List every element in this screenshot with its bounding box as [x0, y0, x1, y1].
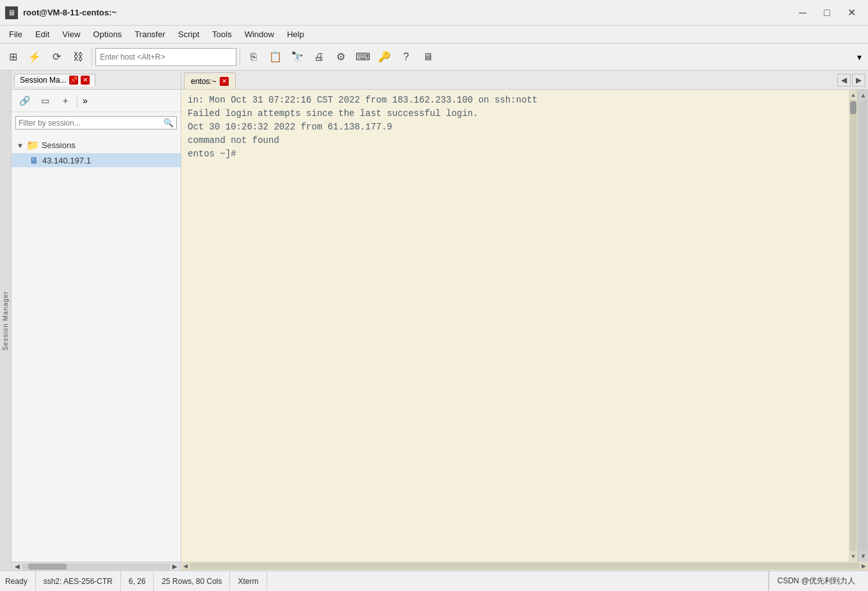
toolbar-divider-1 [92, 48, 92, 66]
tab-prev-button[interactable]: ◀ [837, 74, 851, 87]
minimize-button[interactable]: ─ [791, 3, 814, 22]
title-controls: ─ □ ✕ [791, 3, 863, 22]
help-icon[interactable]: ? [396, 47, 416, 67]
hscroll-left-arrow[interactable]: ◀ [181, 563, 190, 569]
session-tab-pin[interactable]: 📌 [69, 76, 78, 85]
terminal-content[interactable]: in: Mon Oct 31 07:22:16 CST 2022 from 18… [181, 90, 849, 562]
display-icon[interactable]: 🖥 [418, 47, 438, 67]
computer-icon: 🖥 [29, 155, 38, 165]
session-manager-tab[interactable]: Session Ma... 📌 ✕ [14, 74, 95, 87]
close-button[interactable]: ✕ [840, 3, 863, 22]
terminal-tab-close-btn[interactable]: ✕ [220, 77, 229, 86]
maximize-button[interactable]: □ [815, 3, 839, 22]
sm-scroll-track[interactable] [22, 563, 170, 570]
tab-next-button[interactable]: ▶ [852, 74, 865, 87]
sm-link-button[interactable]: 🔗 [15, 92, 33, 109]
sessions-group: ▼ 📁 Sessions 🖥 43.140.197.1 [12, 136, 181, 169]
reconnect-icon[interactable]: ⟳ [46, 47, 67, 67]
print-icon[interactable]: 🖨 [309, 47, 329, 67]
filter-input[interactable] [19, 119, 163, 128]
layout-icon[interactable]: ⊞ [3, 47, 23, 67]
session-tab-bar: Session Ma... 📌 ✕ [12, 71, 181, 90]
vscroll-track[interactable] [850, 100, 856, 551]
toolbar-more-button[interactable]: ▾ [853, 52, 865, 62]
toolbar: ⊞ ⚡ ⟳ ⛓ ⎘ 📋 🔭 🖨 ⚙ ⌨ 🔑 ? 🖥 ▾ [0, 44, 868, 71]
main-area: Session Manager Session Ma... 📌 ✕ 🔗 ▭ + … [0, 71, 868, 570]
paste-icon[interactable]: 📋 [265, 47, 286, 67]
sm-scroll-thumb[interactable] [28, 563, 67, 570]
terminal-line-2: Failed login attempts since the last suc… [188, 107, 842, 121]
vscroll-up-arrow[interactable]: ▲ [851, 90, 856, 100]
terminal-tab[interactable]: entos:~ ✕ [184, 72, 236, 89]
tab-nav-buttons: ◀ ▶ [837, 74, 865, 87]
sessions-group-label: Sessions [42, 140, 76, 150]
keyboard-icon[interactable]: ⌨ [352, 47, 373, 67]
key-icon[interactable]: 🔑 [374, 47, 395, 67]
session-tree: ▼ 📁 Sessions 🖥 43.140.197.1 [12, 133, 181, 562]
vscroll-down-arrow[interactable]: ▼ [851, 551, 856, 562]
hscroll-track[interactable] [190, 563, 860, 569]
terminal-line-4: command not found [188, 134, 842, 147]
session-manager-strip-label: Session Manager [2, 291, 9, 351]
status-watermark: CSDN @优先利到力人 [769, 571, 863, 591]
menu-edit[interactable]: Edit [29, 28, 56, 40]
copy-icon[interactable]: ⎘ [243, 47, 264, 67]
session-tab-close-btn[interactable]: ✕ [81, 76, 90, 85]
sm-expand-button[interactable]: » [80, 96, 90, 106]
menu-view[interactable]: View [56, 28, 86, 40]
scroll-right-arrow[interactable]: ▶ [170, 563, 179, 570]
terminal-horizontal-scrollbar: ◀ ▶ [181, 562, 868, 570]
status-position: 6, 26 [121, 571, 154, 591]
status-fill [267, 571, 769, 591]
terminal-line-5: entos ~]# [188, 147, 842, 161]
title-bar: 🖥 root@VM-8-11-centos:~ ─ □ ✕ [0, 0, 868, 26]
menu-file[interactable]: File [3, 28, 29, 40]
session-item-label: 43.140.197.1 [42, 156, 91, 165]
terminal-tabs: entos:~ ✕ [184, 71, 236, 89]
find-icon[interactable]: 🔭 [287, 47, 307, 67]
session-toolbar: 🔗 ▭ + » [12, 90, 181, 112]
host-input[interactable] [95, 48, 236, 66]
terminal-tab-bar: entos:~ ✕ ◀ ▶ [181, 71, 868, 90]
status-dimensions: 25 Rows, 80 Cols [154, 571, 230, 591]
outer-scroll-track[interactable] [860, 101, 867, 551]
toolbar-divider-2 [240, 48, 240, 66]
hscroll-right-arrow[interactable]: ▶ [860, 563, 868, 569]
vscroll-thumb[interactable] [850, 101, 856, 114]
sessions-group-header[interactable]: ▼ 📁 Sessions [12, 137, 181, 153]
terminal-line-3: Oct 30 10:26:32 2022 from 61.138.177.9 [188, 121, 842, 134]
session-manager-strip[interactable]: Session Manager [0, 71, 12, 570]
status-ready: Ready [5, 571, 36, 591]
menu-help[interactable]: Help [281, 28, 311, 40]
menu-options[interactable]: Options [86, 28, 128, 40]
sm-new-button[interactable]: + [56, 92, 74, 109]
terminal-vertical-scrollbar: ▲ ▼ [849, 90, 858, 562]
terminal-line-1: in: Mon Oct 31 07:22:16 CST 2022 from 18… [188, 94, 842, 107]
terminal-tab-label: entos:~ [191, 77, 217, 86]
window-title: root@VM-8-11-centos:~ [23, 8, 117, 17]
sm-clone-button[interactable]: ▭ [36, 92, 54, 109]
status-encryption: ssh2: AES-256-CTR [36, 571, 121, 591]
settings-icon[interactable]: ⚙ [331, 47, 351, 67]
menu-bar: File Edit View Options Transfer Script T… [0, 26, 868, 44]
menu-tools[interactable]: Tools [206, 28, 238, 40]
filter-box: 🔍 [15, 116, 177, 129]
terminal-area: entos:~ ✕ ◀ ▶ in: Mon Oct 31 07:22:16 CS… [181, 71, 868, 570]
sm-horizontal-scrollbar: ◀ ▶ [12, 562, 181, 570]
outer-scroll-down-arrow[interactable]: ▼ [860, 551, 867, 562]
menu-window[interactable]: Window [238, 28, 281, 40]
session-tab-label: Session Ma... [20, 76, 67, 85]
link-icon[interactable]: ⛓ [68, 47, 88, 67]
app-icon: 🖥 [5, 6, 18, 19]
session-item[interactable]: 🖥 43.140.197.1 [12, 153, 181, 167]
outer-scroll-up-arrow[interactable]: ▲ [860, 90, 867, 101]
lightning-icon[interactable]: ⚡ [24, 47, 45, 67]
scroll-left-arrow[interactable]: ◀ [13, 563, 22, 570]
search-icon: 🔍 [163, 118, 174, 128]
menu-transfer[interactable]: Transfer [128, 28, 172, 40]
sm-divider [77, 94, 78, 107]
outer-right-scrollbar: ▲ ▼ [858, 90, 868, 562]
folder-icon: 📁 [26, 139, 39, 151]
menu-script[interactable]: Script [172, 28, 206, 40]
terminal-body: in: Mon Oct 31 07:22:16 CST 2022 from 18… [181, 90, 868, 562]
